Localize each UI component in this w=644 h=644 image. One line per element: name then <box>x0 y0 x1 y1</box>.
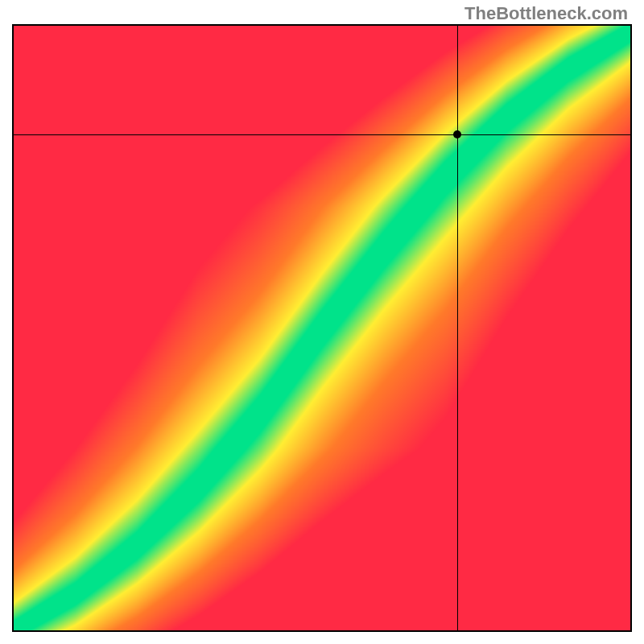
watermark-text: TheBottleneck.com <box>464 3 628 24</box>
plot-area <box>12 24 632 632</box>
chart-container: TheBottleneck.com <box>0 0 644 644</box>
crosshair-vertical <box>457 26 458 630</box>
crosshair-horizontal <box>14 134 630 135</box>
marker-dot <box>453 130 461 138</box>
heatmap-canvas <box>14 26 630 630</box>
